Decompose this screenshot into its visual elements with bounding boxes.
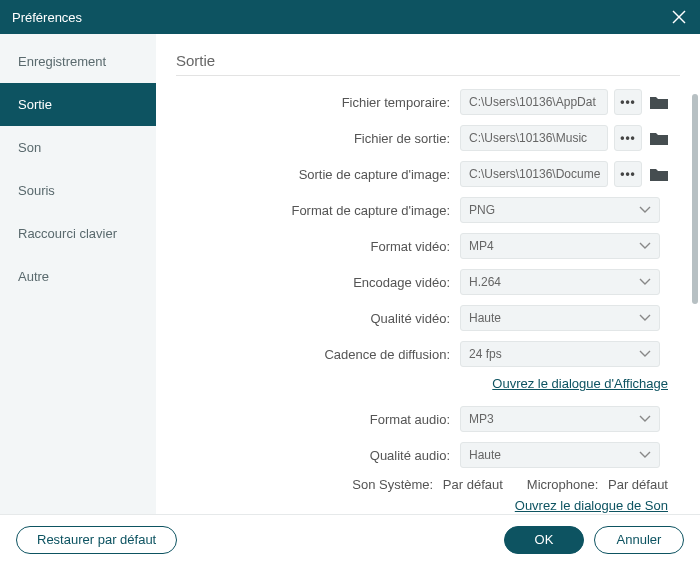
field-capture-output[interactable]: C:\Users\10136\Docume xyxy=(460,161,608,187)
browse-button-temp-file[interactable]: ••• xyxy=(614,89,642,115)
row-video-format: Format vidéo: MP4 xyxy=(176,232,680,260)
label-capture-format: Format de capture d'image: xyxy=(176,203,460,218)
select-video-format[interactable]: MP4 xyxy=(460,233,660,259)
folder-icon[interactable] xyxy=(648,129,670,147)
main: Sortie Fichier temporaire: C:\Users\1013… xyxy=(156,34,700,514)
select-value: MP4 xyxy=(469,239,494,253)
sidebar-item-label: Raccourci clavier xyxy=(18,226,117,241)
chevron-down-icon xyxy=(639,448,651,462)
select-value: Haute xyxy=(469,311,501,325)
dots-icon: ••• xyxy=(620,95,636,109)
select-value: Haute xyxy=(469,448,501,462)
row-video-encoding: Encodage vidéo: H.264 xyxy=(176,268,680,296)
label-video-encoding: Encodage vidéo: xyxy=(176,275,460,290)
sidebar-item-sortie[interactable]: Sortie xyxy=(0,83,156,126)
button-label: OK xyxy=(535,532,554,547)
section-heading-sortie: Sortie xyxy=(176,48,680,76)
sidebar-item-label: Autre xyxy=(18,269,49,284)
browse-button-capture-output[interactable]: ••• xyxy=(614,161,642,187)
sidebar-item-raccourci-clavier[interactable]: Raccourci clavier xyxy=(0,212,156,255)
sidebar-item-label: Son xyxy=(18,140,41,155)
row-framerate: Cadence de diffusion: 24 fps xyxy=(176,340,680,368)
sidebar-item-souris[interactable]: Souris xyxy=(0,169,156,212)
preferences-window: Préférences Enregistrement Sortie Son So… xyxy=(0,0,700,564)
chevron-down-icon xyxy=(639,275,651,289)
row-temp-file: Fichier temporaire: C:\Users\10136\AppDa… xyxy=(176,88,680,116)
ok-button[interactable]: OK xyxy=(504,526,584,554)
row-capture-output: Sortie de capture d'image: C:\Users\1013… xyxy=(176,160,680,188)
scrollbar[interactable] xyxy=(690,34,700,514)
scrollbar-thumb[interactable] xyxy=(692,94,698,304)
select-value: H.264 xyxy=(469,275,501,289)
folder-icon[interactable] xyxy=(648,165,670,183)
row-output-file: Fichier de sortie: C:\Users\10136\Music … xyxy=(176,124,680,152)
select-value: MP3 xyxy=(469,412,494,426)
close-icon[interactable] xyxy=(670,8,688,26)
dots-icon: ••• xyxy=(620,131,636,145)
label-capture-output: Sortie de capture d'image: xyxy=(176,167,460,182)
chevron-down-icon xyxy=(639,239,651,253)
label-video-quality: Qualité vidéo: xyxy=(176,311,460,326)
field-output-file[interactable]: C:\Users\10136\Music xyxy=(460,125,608,151)
row-audio-quality: Qualité audio: Haute xyxy=(176,441,680,469)
open-display-dialog-link[interactable]: Ouvrez le dialogue d'Affichage xyxy=(492,376,668,391)
titlebar: Préférences xyxy=(0,0,700,34)
chevron-down-icon xyxy=(639,347,651,361)
field-value: C:\Users\10136\Docume xyxy=(469,167,600,181)
field-temp-file[interactable]: C:\Users\10136\AppDat xyxy=(460,89,608,115)
footer: Restaurer par défaut OK Annuler xyxy=(0,514,700,564)
select-framerate[interactable]: 24 fps xyxy=(460,341,660,367)
chevron-down-icon xyxy=(639,203,651,217)
label-system-sound: Son Système: Par défaut xyxy=(352,477,503,492)
label-framerate: Cadence de diffusion: xyxy=(176,347,460,362)
label-audio-format: Format audio: xyxy=(176,412,460,427)
browse-button-output-file[interactable]: ••• xyxy=(614,125,642,151)
select-value: PNG xyxy=(469,203,495,217)
label-microphone: Microphone: Par défaut xyxy=(527,477,668,492)
label-output-file: Fichier de sortie: xyxy=(176,131,460,146)
row-video-quality: Qualité vidéo: Haute xyxy=(176,304,680,332)
open-sound-dialog-link[interactable]: Ouvrez le dialogue de Son xyxy=(515,498,668,513)
sidebar-item-label: Enregistrement xyxy=(18,54,106,69)
sidebar-item-autre[interactable]: Autre xyxy=(0,255,156,298)
row-audio-format: Format audio: MP3 xyxy=(176,405,680,433)
content: Sortie Fichier temporaire: C:\Users\1013… xyxy=(156,34,690,514)
chevron-down-icon xyxy=(639,412,651,426)
select-audio-quality[interactable]: Haute xyxy=(460,442,660,468)
button-label: Annuler xyxy=(617,532,662,547)
sidebar-item-enregistrement[interactable]: Enregistrement xyxy=(0,40,156,83)
select-video-quality[interactable]: Haute xyxy=(460,305,660,331)
label-audio-quality: Qualité audio: xyxy=(176,448,460,463)
chevron-down-icon xyxy=(639,311,651,325)
sidebar: Enregistrement Sortie Son Souris Raccour… xyxy=(0,34,156,514)
row-capture-format: Format de capture d'image: PNG xyxy=(176,196,680,224)
sidebar-item-son[interactable]: Son xyxy=(0,126,156,169)
restore-defaults-button[interactable]: Restaurer par défaut xyxy=(16,526,177,554)
button-label: Restaurer par défaut xyxy=(37,532,156,547)
body: Enregistrement Sortie Son Souris Raccour… xyxy=(0,34,700,514)
field-value: C:\Users\10136\AppDat xyxy=(469,95,596,109)
link-row-sound: Ouvrez le dialogue de Son xyxy=(176,498,680,513)
select-audio-format[interactable]: MP3 xyxy=(460,406,660,432)
folder-icon[interactable] xyxy=(648,93,670,111)
field-value: C:\Users\10136\Music xyxy=(469,131,587,145)
cancel-button[interactable]: Annuler xyxy=(594,526,684,554)
select-value: 24 fps xyxy=(469,347,502,361)
select-capture-format[interactable]: PNG xyxy=(460,197,660,223)
row-defaults-info: Son Système: Par défaut Microphone: Par … xyxy=(176,477,680,492)
sidebar-item-label: Sortie xyxy=(18,97,52,112)
label-video-format: Format vidéo: xyxy=(176,239,460,254)
sidebar-item-label: Souris xyxy=(18,183,55,198)
dots-icon: ••• xyxy=(620,167,636,181)
select-video-encoding[interactable]: H.264 xyxy=(460,269,660,295)
window-title: Préférences xyxy=(12,10,82,25)
link-row-display: Ouvrez le dialogue d'Affichage xyxy=(176,376,680,391)
label-temp-file: Fichier temporaire: xyxy=(176,95,460,110)
